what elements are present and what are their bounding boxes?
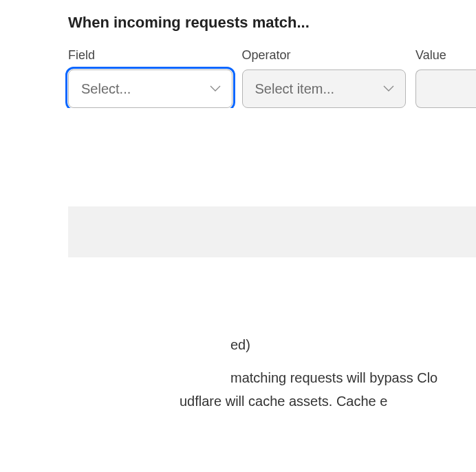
chevron-down-icon	[383, 85, 394, 92]
value-column: Value	[415, 48, 476, 108]
value-input[interactable]	[415, 69, 476, 108]
field-label: Field	[68, 48, 232, 63]
field-select[interactable]: Select...	[68, 69, 232, 108]
rule-row: Field Select... CookieHostnameRefererSSL…	[68, 48, 476, 108]
field-column: Field Select... CookieHostnameRefererSSL…	[68, 48, 232, 108]
operator-column: Operator Select item...	[242, 48, 407, 108]
operator-select-placeholder: Select item...	[255, 81, 335, 97]
section-heading: When incoming requests match...	[68, 14, 476, 32]
field-select-placeholder: Select...	[81, 81, 131, 97]
operator-label: Operator	[242, 48, 407, 63]
chevron-down-icon	[210, 85, 221, 92]
operator-select[interactable]: Select item...	[242, 69, 407, 108]
value-label: Value	[415, 48, 476, 63]
